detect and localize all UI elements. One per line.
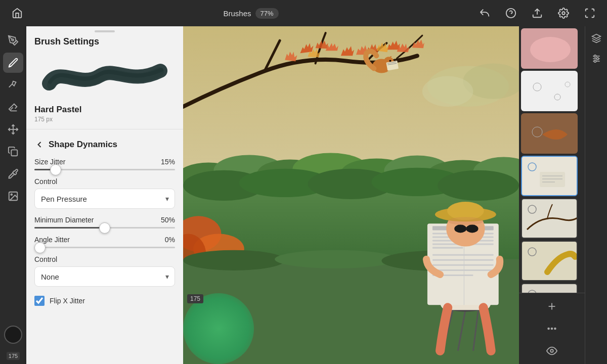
min-diameter-value: 50%: [161, 216, 175, 224]
angle-jitter-thumb[interactable]: [34, 242, 46, 253]
canvas-area[interactable]: 175: [183, 26, 519, 364]
layers-list: [519, 26, 585, 293]
size-jitter-label: Size Jitter: [34, 158, 65, 166]
layer-visibility-button[interactable]: [543, 342, 561, 360]
back-button[interactable]: [34, 140, 45, 150]
size-overlay: 175: [187, 294, 203, 303]
svg-point-2: [12, 39, 14, 41]
panel-drag-handle[interactable]: [26, 26, 183, 34]
svg-rect-52: [432, 254, 494, 256]
fullscreen-button[interactable]: [581, 4, 599, 22]
flip-x-checkbox[interactable]: [34, 296, 45, 306]
size-jitter-thumb[interactable]: [50, 164, 61, 175]
svg-rect-54: [432, 264, 494, 266]
adjustments-button[interactable]: [588, 51, 604, 67]
layer-thumb-6[interactable]: [521, 241, 578, 281]
angle-jitter-value: 0%: [165, 236, 175, 244]
control-2-select[interactable]: None Fade Pen Pressure Pen Tilt: [34, 266, 175, 287]
svg-rect-5: [11, 150, 17, 156]
layer-thumb-2[interactable]: [521, 71, 578, 111]
zoom-badge: 77%: [255, 8, 279, 19]
add-layer-button[interactable]: [543, 297, 561, 315]
angle-jitter-row: Angle Jitter 0%: [26, 236, 183, 255]
home-button[interactable]: [8, 4, 26, 22]
control-2-dropdown-wrapper: None Fade Pen Pressure Pen Tilt ▾: [34, 266, 175, 287]
right-panel-actions: [519, 293, 585, 364]
layer-thumb-7[interactable]: [521, 283, 578, 293]
tool-eraser[interactable]: [3, 97, 23, 117]
svg-point-66: [530, 37, 571, 62]
angle-jitter-track[interactable]: [34, 247, 175, 248]
svg-point-61: [454, 224, 466, 233]
size-jitter-value: 15%: [161, 158, 175, 166]
svg-point-104: [594, 60, 596, 62]
svg-rect-83: [522, 284, 578, 293]
left-tools: 175: [0, 26, 26, 364]
svg-point-95: [551, 328, 553, 330]
drag-bar: [95, 30, 115, 32]
svg-point-64: [448, 217, 483, 225]
tool-eyedropper[interactable]: [3, 164, 23, 184]
top-toolbar: Brushes 77%: [0, 0, 607, 26]
section-title: Shape Dynamics: [49, 140, 117, 150]
tool-smudge[interactable]: [3, 75, 23, 95]
svg-point-26: [438, 170, 519, 201]
brush-size-indicator[interactable]: 175: [7, 352, 20, 360]
svg-point-32: [389, 60, 391, 62]
control-2-label: Control: [34, 255, 175, 263]
right-tools-column: [585, 26, 607, 364]
svg-point-1: [562, 12, 565, 15]
toolbar-right: [475, 4, 599, 22]
brush-size-label: 175 px: [26, 116, 183, 129]
more-options-button[interactable]: [543, 320, 561, 338]
svg-point-102: [594, 55, 596, 57]
control-1-select[interactable]: None Fade Pen Pressure Pen Tilt Stylus W…: [34, 189, 175, 209]
toolbar-left: [8, 4, 26, 22]
help-button[interactable]: [502, 4, 520, 22]
flip-x-jitter-row: Flip X Jitter: [26, 294, 183, 310]
brush-preview: [34, 53, 175, 99]
size-jitter-row: Size Jitter 15%: [26, 158, 183, 177]
size-jitter-track[interactable]: [34, 169, 175, 170]
svg-rect-51: [432, 247, 463, 249]
main-area: 175 Brush Settings Hard Pastel 175 px: [0, 26, 607, 364]
control-1-dropdown-wrapper: None Fade Pen Pressure Pen Tilt Stylus W…: [34, 189, 175, 209]
control-2-row: Control None Fade Pen Pressure Pen Tilt …: [26, 255, 183, 294]
undo-button[interactable]: [475, 4, 494, 22]
tool-transform[interactable]: [3, 119, 23, 140]
svg-point-62: [466, 224, 478, 233]
divider: [26, 129, 183, 129]
control-1-label: Control: [34, 177, 175, 186]
tool-image[interactable]: [3, 186, 23, 206]
settings-button[interactable]: [554, 4, 573, 22]
color-swatch[interactable]: [4, 326, 22, 344]
green-blob-preview: [183, 293, 254, 364]
tool-pencil[interactable]: [3, 30, 23, 51]
right-panel: [519, 26, 585, 364]
brush-settings-panel: Brush Settings Hard Pastel 175 px Shape …: [26, 26, 183, 364]
layer-thumb-3[interactable]: [521, 113, 578, 154]
svg-point-96: [554, 328, 556, 330]
svg-point-7: [11, 194, 12, 195]
svg-point-97: [550, 349, 553, 352]
svg-rect-55: [432, 269, 494, 271]
control-1-row: Control None Fade Pen Pressure Pen Tilt …: [26, 177, 183, 216]
layer-thumb-5[interactable]: [521, 198, 578, 239]
tool-brush[interactable]: [3, 53, 23, 73]
svg-rect-81: [522, 242, 578, 281]
layer-thumb-1[interactable]: [521, 28, 578, 69]
toolbar-center: Brushes 77%: [223, 8, 278, 19]
svg-rect-53: [432, 259, 494, 261]
layers-button[interactable]: [588, 30, 604, 47]
svg-rect-67: [522, 72, 578, 111]
export-button[interactable]: [528, 4, 546, 22]
layer-thumb-4[interactable]: [521, 156, 578, 196]
svg-rect-75: [540, 172, 565, 187]
flip-x-label: Flip X Jitter: [50, 297, 85, 305]
svg-point-38: [275, 250, 397, 268]
min-diameter-thumb[interactable]: [99, 222, 110, 234]
panel-title: Brush Settings: [26, 34, 183, 53]
min-diameter-track[interactable]: [34, 227, 175, 229]
svg-marker-98: [592, 34, 600, 38]
tool-clone[interactable]: [3, 142, 23, 162]
